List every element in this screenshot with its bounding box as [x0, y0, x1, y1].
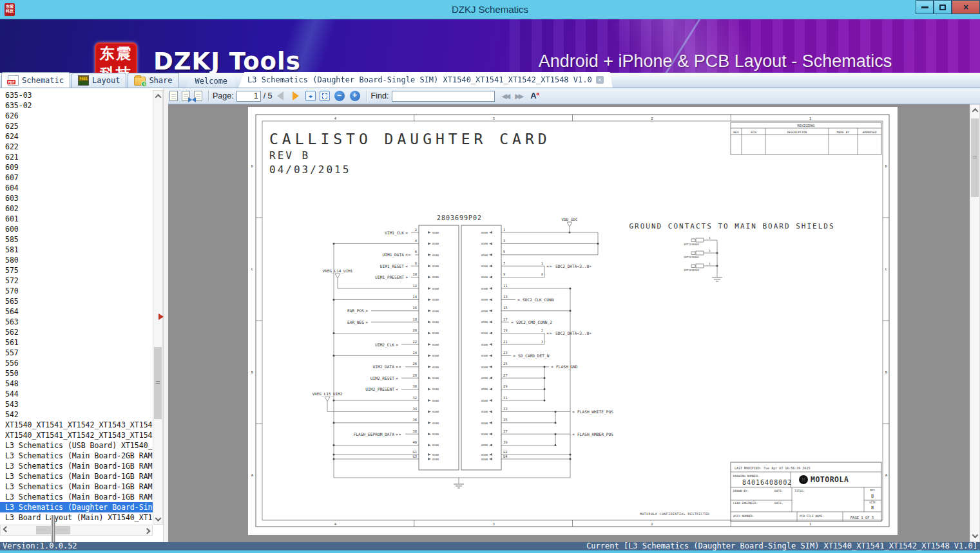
list-item[interactable]: L3 Schematics (Main Board-1GB RAM and: [0, 461, 153, 471]
page-next-copy-icon[interactable]: [182, 91, 190, 101]
list-item[interactable]: 635-02: [0, 100, 153, 111]
svg-text:17: 17: [503, 317, 508, 321]
sidebar-vertical-scrollbar[interactable]: [153, 90, 163, 525]
list-item[interactable]: 624: [0, 131, 153, 142]
list-item[interactable]: XT1540_XT1541_XT1542_XT1543_XT1544_XT1: [0, 420, 153, 430]
scroll-left-button[interactable]: [1, 525, 11, 535]
list-item[interactable]: 561: [0, 337, 153, 348]
list-item[interactable]: XT1540_XT1541_XT1542_XT1543_XT1544_XT1: [0, 430, 153, 440]
find-input[interactable]: [392, 91, 495, 102]
revisions-col: APPROVED: [862, 131, 876, 134]
list-item[interactable]: 604: [0, 183, 153, 193]
scrollbar-thumb[interactable]: [154, 347, 162, 419]
list-item[interactable]: 570: [0, 286, 153, 296]
find-prev-icon[interactable]: ◀◀: [501, 92, 508, 100]
close-button[interactable]: ×: [952, 0, 980, 14]
list-item[interactable]: L3 Board Layout (Main) XT1540_XT1541_X: [0, 512, 153, 523]
list-item[interactable]: 572: [0, 276, 153, 286]
list-item[interactable]: L3 Schematics (Main Board-1GB RAM and: [0, 482, 153, 492]
list-item[interactable]: 601: [0, 214, 153, 224]
splitter-collapse-arrow-icon[interactable]: [159, 314, 164, 320]
list-item[interactable]: L3 Schematics (Main Board-1GB RAM and: [0, 471, 153, 482]
svg-text:22: 22: [412, 340, 417, 344]
list-item[interactable]: 544: [0, 389, 153, 399]
tab-layout[interactable]: PADS Layout: [72, 73, 126, 88]
list-item[interactable]: 575: [0, 265, 153, 276]
ruler-col-bottom: 2: [651, 522, 653, 526]
list-item[interactable]: L3 Schematics (Main Board-1GB RAM and: [0, 492, 153, 502]
list-item[interactable]: 600: [0, 224, 153, 234]
sidebar: 635-03635-026266256246226216096076046036…: [0, 88, 163, 542]
scroll-right-button[interactable]: [142, 525, 152, 535]
page-number-input[interactable]: [236, 91, 261, 102]
page-prev-copy-icon[interactable]: [194, 91, 202, 101]
viewer-scroll-down-button[interactable]: [970, 530, 979, 541]
list-item[interactable]: L3 Schematics (Main Board-2GB RAM and: [0, 451, 153, 461]
revisions-col: DESCRIPTION: [787, 131, 807, 134]
zoom-in-button[interactable]: +: [350, 91, 360, 101]
list-item[interactable]: 635-03: [0, 90, 153, 100]
list-item[interactable]: 548: [0, 379, 153, 389]
list-item[interactable]: 622: [0, 142, 153, 152]
list-item[interactable]: 581: [0, 245, 153, 255]
svg-text:0100: 0100: [432, 231, 439, 234]
list-item[interactable]: 565: [0, 296, 153, 306]
list-item[interactable]: 585: [0, 234, 153, 245]
svg-text:0100: 0100: [481, 433, 488, 436]
list-item[interactable]: 625: [0, 121, 153, 131]
svg-text:0100: 0100: [432, 242, 439, 245]
svg-text:1: 1: [709, 236, 711, 239]
fit-width-button[interactable]: ◂▸: [305, 91, 316, 101]
list-item[interactable]: 609: [0, 162, 153, 173]
list-item[interactable]: 626: [0, 111, 153, 121]
zoom-out-button[interactable]: −: [334, 91, 345, 101]
svg-text:0100: 0100: [481, 242, 488, 245]
scroll-up-button[interactable]: [153, 91, 162, 101]
next-page-button[interactable]: [293, 91, 299, 100]
find-next-icon[interactable]: ▶▶: [515, 92, 522, 100]
list-item[interactable]: 543: [0, 399, 153, 409]
net-label: UIM1_DATA: [382, 252, 404, 258]
fit-page-button[interactable]: [320, 91, 330, 101]
svg-text:TITLE:: TITLE:: [794, 489, 805, 492]
svg-text:34: 34: [412, 407, 417, 411]
viewer-scrollbar-thumb[interactable]: [971, 118, 979, 197]
match-case-icon[interactable]: Aa: [530, 91, 539, 100]
minimize-button[interactable]: [916, 0, 934, 14]
svg-text:«»: «»: [546, 264, 552, 269]
list-item[interactable]: L3 Schematics (Daughter Board-Single S: [0, 502, 153, 512]
h-scrollbar-thumb[interactable]: [36, 526, 70, 534]
list-item[interactable]: 557: [0, 348, 153, 358]
tab-schematic[interactable]: PDF Schematic: [1, 72, 70, 88]
list-item[interactable]: 564: [0, 306, 153, 317]
viewer-scroll-up-button[interactable]: [970, 105, 979, 116]
page-copy-icon[interactable]: [169, 91, 178, 101]
pads-icon: PADS: [78, 75, 89, 86]
tab-share[interactable]: + Share: [128, 73, 178, 88]
prev-page-button[interactable]: [277, 91, 283, 100]
list-item[interactable]: 602: [0, 203, 153, 214]
viewer-chevron-down-icon: [972, 532, 978, 538]
net-label: EAR_NEG: [347, 320, 364, 325]
sidebar-horizontal-scrollbar[interactable]: [0, 525, 153, 536]
net-label: SD_CARD_DET_N: [518, 353, 550, 359]
doc-tab-current[interactable]: L3 Schematics (Daughter Board-Single SIM…: [238, 72, 613, 88]
svg-text:2: 2: [415, 228, 417, 232]
list-item[interactable]: 556: [0, 358, 153, 368]
list-item[interactable]: 607: [0, 173, 153, 183]
list-item[interactable]: 550: [0, 368, 153, 379]
scroll-down-button[interactable]: [153, 514, 162, 524]
list-item[interactable]: 621: [0, 152, 153, 162]
maximize-button[interactable]: [934, 0, 952, 14]
list-item[interactable]: L3 Schematics (USB Board) XT1540_XT154: [0, 440, 153, 451]
list-item[interactable]: 603: [0, 193, 153, 203]
list-item[interactable]: 563: [0, 317, 153, 327]
svg-text:»: »: [365, 308, 368, 314]
list-item[interactable]: 580: [0, 255, 153, 265]
viewer-vertical-scrollbar[interactable]: [970, 104, 980, 542]
list-item[interactable]: 562: [0, 327, 153, 337]
sidebar-splitter[interactable]: [163, 88, 168, 542]
doc-tab-close-icon[interactable]: ×: [596, 76, 604, 84]
doc-tab-welcome[interactable]: Welcome: [186, 74, 237, 88]
list-item[interactable]: 542: [0, 409, 153, 420]
